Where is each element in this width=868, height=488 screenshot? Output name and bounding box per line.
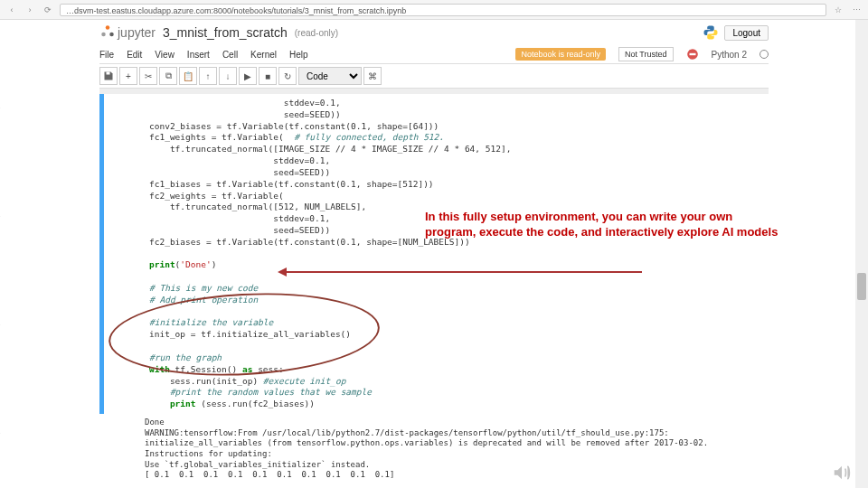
command-palette-button[interactable]: ⌘ xyxy=(363,67,382,85)
not-trusted-badge[interactable]: Not Trusted xyxy=(618,47,674,61)
celltype-select[interactable]: Code xyxy=(298,67,362,85)
save-button[interactable] xyxy=(99,67,118,85)
kernel-status-icon xyxy=(760,50,769,59)
menu-edit[interactable]: Edit xyxy=(127,50,142,60)
run-button[interactable]: ▶ xyxy=(239,67,257,85)
cell-output: Done WARNING:tensorflow:From /usr/local/… xyxy=(99,414,769,484)
menu-icon[interactable]: ⋯ xyxy=(850,4,863,16)
menu-view[interactable]: View xyxy=(155,50,175,60)
toolbar: + ✂ ⧉ 📋 ↑ ↓ ▶ ■ ↻ Code ⌘ xyxy=(99,64,769,89)
add-cell-button[interactable]: + xyxy=(119,67,137,85)
markdown-cell[interactable]: Now that we've defined the variables to … xyxy=(99,484,769,488)
jupyter-logo[interactable]: jupyter xyxy=(99,23,156,42)
scrollbar[interactable] xyxy=(855,20,868,488)
paste-button[interactable]: 📋 xyxy=(179,67,197,85)
forward-icon[interactable]: › xyxy=(24,4,36,16)
menu-insert[interactable]: Insert xyxy=(187,50,210,60)
slide-annotation: In this fully setup environment, you can… xyxy=(425,210,787,240)
move-down-button[interactable]: ↓ xyxy=(219,67,237,85)
jupyter-logo-text: jupyter xyxy=(118,25,156,40)
notebook-title[interactable]: 3_mnist_from_scratch xyxy=(163,25,288,40)
readonly-label: (read-only) xyxy=(295,28,338,38)
star-icon[interactable]: ☆ xyxy=(832,4,844,16)
kernel-indicator[interactable]: Python 2 xyxy=(712,50,747,60)
notebook-content: stddev=0.1, seed=SEED)) conv2_biases = t… xyxy=(99,89,769,488)
stop-button[interactable]: ■ xyxy=(259,67,277,85)
svg-point-0 xyxy=(106,25,110,30)
move-up-button[interactable]: ↑ xyxy=(199,67,217,85)
cut-button[interactable]: ✂ xyxy=(139,67,157,85)
svg-point-1 xyxy=(101,33,106,37)
svg-rect-4 xyxy=(689,53,695,55)
menu-kernel[interactable]: Kernel xyxy=(250,50,277,60)
copy-button[interactable]: ⧉ xyxy=(159,67,177,85)
url-bar[interactable]: …dsvm-test.eastus.cloudapp.azure.com:800… xyxy=(60,4,826,16)
no-entry-icon xyxy=(686,48,699,61)
readonly-badge: Notebook is read-only xyxy=(515,48,606,61)
notebook-header: jupyter 3_mnist_from_scratch (read-only)… xyxy=(99,20,769,45)
svg-rect-5 xyxy=(107,72,110,75)
menu-help[interactable]: Help xyxy=(289,50,308,60)
browser-chrome: ‹ › ⟳ …dsvm-test.eastus.cloudapp.azure.c… xyxy=(0,0,868,20)
annotation-arrow xyxy=(280,271,642,273)
svg-point-2 xyxy=(109,33,114,37)
reload-icon[interactable]: ⟳ xyxy=(42,4,54,16)
logout-button[interactable]: Logout xyxy=(724,25,769,41)
menu-cell[interactable]: Cell xyxy=(222,50,238,60)
menu-file[interactable]: File xyxy=(99,50,114,60)
scrollbar-thumb[interactable] xyxy=(857,273,866,300)
restart-button[interactable]: ↻ xyxy=(278,67,297,85)
sound-icon xyxy=(832,463,852,483)
back-icon[interactable]: ‹ xyxy=(5,4,18,16)
python-icon xyxy=(703,24,719,41)
menu-bar: File Edit View Insert Cell Kernel Help N… xyxy=(99,45,769,64)
